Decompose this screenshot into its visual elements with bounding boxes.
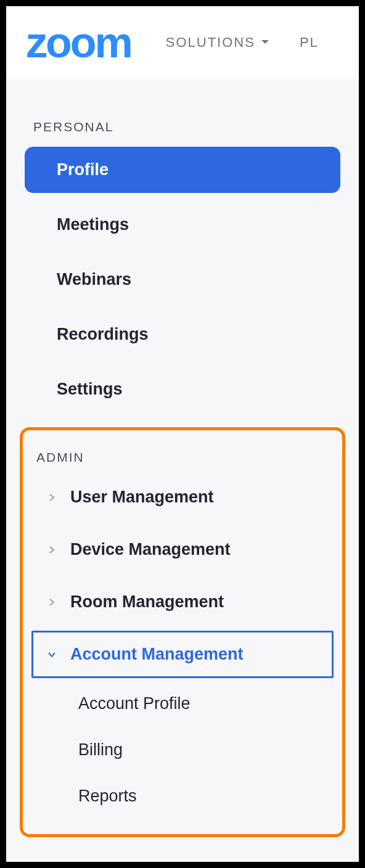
chevron-down-icon <box>44 650 59 659</box>
sub-label: Account Profile <box>78 694 191 713</box>
admin-sub-billing[interactable]: Billing <box>31 729 334 771</box>
chevron-right-icon <box>44 598 59 607</box>
nav-webinars[interactable]: Webinars <box>25 256 340 303</box>
admin-sub-reports[interactable]: Reports <box>31 776 334 817</box>
nav-label: Webinars <box>25 270 340 289</box>
chevron-right-icon <box>44 546 59 554</box>
nav-recordings[interactable]: Recordings <box>25 311 340 358</box>
admin-label: Device Management <box>70 540 231 559</box>
top-header: zoom SOLUTIONS PL <box>6 6 359 79</box>
personal-heading: PERSONAL <box>6 96 359 147</box>
nav-label: Meetings <box>25 215 340 234</box>
admin-room-management[interactable]: Room Management <box>31 578 334 626</box>
nav-label: Profile <box>25 160 340 179</box>
chevron-right-icon <box>44 493 59 502</box>
admin-heading: ADMIN <box>23 430 342 473</box>
app-frame: zoom SOLUTIONS PL PERSONAL Profile Meeti… <box>6 6 359 862</box>
sub-label: Billing <box>78 740 123 759</box>
top-nav: SOLUTIONS PL <box>166 35 319 51</box>
admin-label: User Management <box>70 488 214 507</box>
sub-label: Reports <box>78 787 137 805</box>
admin-sub-account-profile[interactable]: Account Profile <box>31 683 334 724</box>
nav-label: Recordings <box>25 325 340 344</box>
sidebar: PERSONAL Profile Meetings Webinars Recor… <box>6 79 359 854</box>
zoom-logo[interactable]: zoom <box>26 18 131 67</box>
admin-label: Account Management <box>70 645 244 664</box>
admin-device-management[interactable]: Device Management <box>31 526 334 573</box>
caret-down-icon <box>260 35 270 51</box>
admin-user-management[interactable]: User Management <box>31 473 334 521</box>
admin-account-management[interactable]: Account Management <box>31 631 334 678</box>
nav-label: Settings <box>25 380 340 399</box>
nav-profile[interactable]: Profile <box>25 147 340 193</box>
topnav-label: SOLUTIONS <box>166 35 255 51</box>
topnav-plans[interactable]: PL <box>300 35 319 51</box>
topnav-label: PL <box>300 35 319 51</box>
admin-label: Room Management <box>70 592 224 612</box>
admin-section-highlight: ADMIN User Management Device Management … <box>20 427 345 837</box>
nav-meetings[interactable]: Meetings <box>25 202 340 248</box>
nav-settings[interactable]: Settings <box>25 366 340 412</box>
topnav-solutions[interactable]: SOLUTIONS <box>166 35 270 51</box>
